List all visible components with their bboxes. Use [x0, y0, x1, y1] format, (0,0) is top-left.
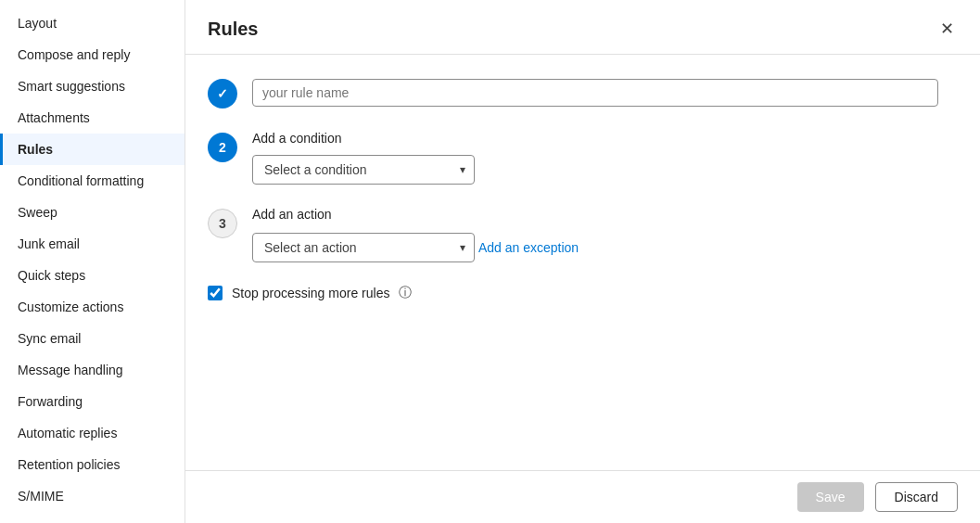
sidebar-item-quick-steps[interactable]: Quick steps — [0, 260, 185, 291]
dialog-title: Rules — [208, 19, 258, 40]
sidebar-item-message-handling[interactable]: Message handling — [0, 354, 185, 386]
sidebar-item-forwarding[interactable]: Forwarding — [0, 386, 185, 417]
sidebar-item-conditional-formatting[interactable]: Conditional formatting — [0, 165, 185, 197]
step-2-icon: 2 — [208, 133, 237, 162]
step-3-number: 3 — [219, 216, 226, 231]
step-2-number: 2 — [219, 140, 226, 155]
step-3-row: 3 Add an action Select an action ▾ Add a… — [208, 207, 958, 262]
step-2-label: Add a condition — [252, 131, 958, 146]
sidebar-item-sync-email[interactable]: Sync email — [0, 323, 185, 354]
dialog-body: ✓ 2 Add a condition Select a condition ▾ — [185, 55, 980, 470]
sidebar-item-customize-actions[interactable]: Customize actions — [0, 291, 185, 323]
sidebar-item-automatic-replies[interactable]: Automatic replies — [0, 417, 185, 449]
checkmark-icon: ✓ — [217, 86, 228, 101]
rule-name-input[interactable] — [252, 79, 938, 107]
info-icon[interactable]: ⓘ — [399, 285, 412, 301]
condition-dropdown[interactable]: Select a condition — [252, 155, 475, 185]
step-3-content: Add an action Select an action ▾ Add an … — [252, 207, 958, 262]
stop-processing-checkbox[interactable] — [208, 286, 223, 300]
stop-processing-label: Stop processing more rules — [232, 286, 389, 300]
step-1-row: ✓ — [208, 77, 958, 108]
step-1-icon: ✓ — [208, 79, 237, 108]
sidebar-item-smart-suggestions[interactable]: Smart suggestions — [0, 70, 185, 102]
sidebar-item-smime[interactable]: S/MIME — [0, 480, 185, 512]
save-button[interactable]: Save — [797, 482, 864, 512]
dialog-footer: Save Discard — [185, 470, 980, 523]
action-dropdown[interactable]: Select an action — [252, 233, 475, 262]
dialog-header: Rules ✕ — [185, 0, 980, 55]
add-exception-link[interactable]: Add an exception — [478, 240, 579, 255]
condition-dropdown-wrapper: Select a condition ▾ — [252, 155, 475, 185]
sidebar-item-layout[interactable]: Layout — [0, 7, 185, 39]
sidebar-item-groups[interactable]: Groups — [0, 512, 185, 523]
sidebar-item-sweep[interactable]: Sweep — [0, 197, 185, 228]
step-2-row: 2 Add a condition Select a condition ▾ — [208, 131, 958, 185]
close-button[interactable]: ✕ — [936, 15, 958, 43]
close-icon: ✕ — [940, 19, 954, 39]
sidebar: Layout Compose and reply Smart suggestio… — [0, 0, 185, 523]
checkbox-row: Stop processing more rules ⓘ — [208, 285, 958, 301]
sidebar-item-retention-policies[interactable]: Retention policies — [0, 449, 185, 480]
step-1-content — [252, 79, 958, 107]
step-3-label: Add an action — [252, 207, 958, 222]
sidebar-item-compose-reply[interactable]: Compose and reply — [0, 39, 185, 70]
discard-button[interactable]: Discard — [875, 482, 958, 512]
action-dropdown-wrapper: Select an action ▾ — [252, 233, 475, 262]
sidebar-item-attachments[interactable]: Attachments — [0, 102, 185, 134]
sidebar-item-rules[interactable]: Rules — [0, 134, 185, 165]
step-2-content: Add a condition Select a condition ▾ — [252, 131, 958, 185]
main-panel: Rules ✕ ✓ 2 Add a condition Selec — [185, 0, 980, 523]
sidebar-item-junk-email[interactable]: Junk email — [0, 228, 185, 260]
step-3-icon: 3 — [208, 209, 237, 238]
